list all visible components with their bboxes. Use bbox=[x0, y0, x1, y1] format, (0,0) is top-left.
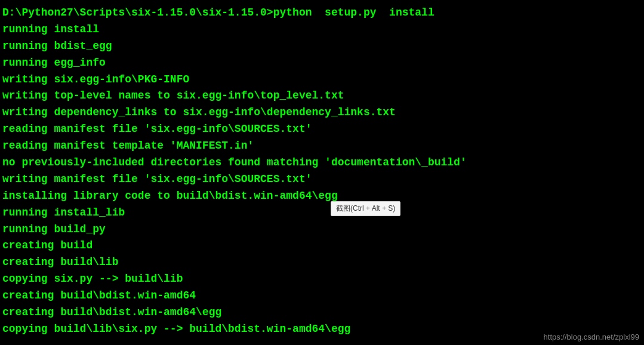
terminal-line: creating build bbox=[2, 238, 642, 254]
terminal-line: no previously-included directories found… bbox=[2, 155, 642, 171]
terminal-line: creating build\bdist.win-amd64\egg bbox=[2, 304, 642, 321]
screenshot-tooltip: 截图(Ctrl + Alt + S) bbox=[331, 201, 400, 216]
terminal-line: creating build\bdist.win-amd64 bbox=[2, 288, 642, 304]
terminal-line: copying six.py --> build\lib bbox=[2, 271, 642, 288]
terminal-window: D:\Python27\Scripts\six-1.15.0\six-1.15.… bbox=[0, 0, 644, 345]
terminal-line: writing dependency_links to six.egg-info… bbox=[2, 104, 642, 121]
terminal-line: running install_lib bbox=[2, 205, 642, 221]
terminal-line: running build_py bbox=[2, 221, 642, 238]
terminal-line: D:\Python27\Scripts\six-1.15.0\six-1.15.… bbox=[2, 5, 642, 21]
terminal-line: installing library code to build\bdist.w… bbox=[2, 188, 642, 205]
terminal-line: writing top-level names to six.egg-info\… bbox=[2, 88, 642, 104]
terminal-line: creating build\lib bbox=[2, 254, 642, 271]
terminal-line: running egg_info bbox=[2, 55, 642, 72]
terminal-line: writing six.egg-info\PKG-INFO bbox=[2, 72, 642, 88]
terminal-line: running bdist_egg bbox=[2, 38, 642, 55]
terminal-line: reading manifest file 'six.egg-info\SOUR… bbox=[2, 121, 642, 138]
terminal-line: writing manifest file 'six.egg-info\SOUR… bbox=[2, 171, 642, 188]
terminal-line: running install bbox=[2, 21, 642, 38]
terminal-line: reading manifest template 'MANIFEST.in' bbox=[2, 138, 642, 155]
watermark: https://blog.csdn.net/zplxl99 bbox=[544, 332, 639, 341]
